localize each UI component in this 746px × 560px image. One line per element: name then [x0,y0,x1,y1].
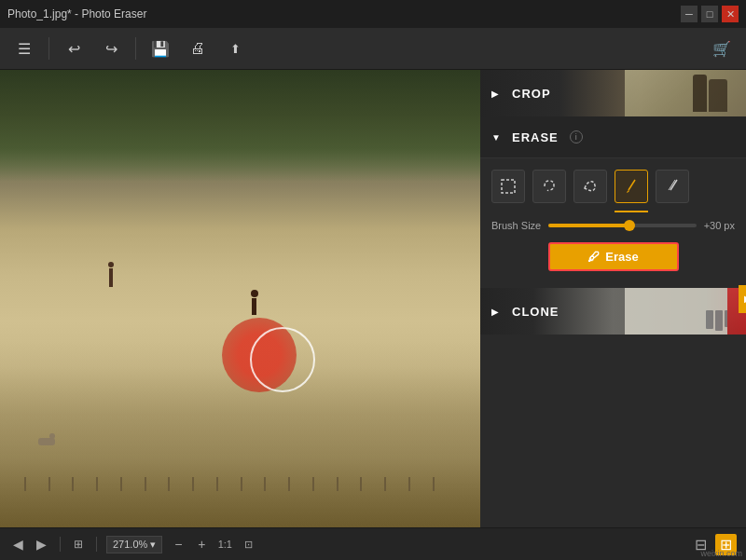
clone-chevron-icon: ▶ [491,307,504,317]
close-button[interactable]: ✕ [722,6,739,22]
status-separator-2 [96,537,97,552]
undo-button[interactable]: ↩ [59,34,89,63]
clone-header-content: ▶ CLONE [491,305,735,319]
tool-icons-row [480,158,746,211]
tool-indicator-1 [491,211,525,212]
stake [433,477,435,491]
minimize-button[interactable]: ─ [681,6,698,22]
zoom-dropdown-icon: ▾ [150,539,156,551]
clone-section-header[interactable]: ▶ CLONE [480,288,746,335]
stake [72,477,74,491]
erase-button-icon: 🖊 [587,250,600,264]
zoom-out-icon: − [174,537,182,552]
statusbar: ◀ ▶ ⊞ 271.0% ▾ − + 1:1 ⊡ ⊟ ⊞ weixin.c [0,527,746,560]
stake [145,477,146,491]
brush-size-label: Brush Size [491,220,541,231]
stake [24,477,26,491]
toolbar: ☰ ↩ ↪ 💾 🖨 ⬆ 🛒 [0,28,746,70]
zoom-in-button[interactable]: + [191,534,212,554]
crop-header-content: ▶ CROP [491,87,735,101]
right-panel: ▶ CROP ▼ ERASE i [480,70,746,527]
canvas-area[interactable] [0,70,480,527]
svg-line-1 [629,180,635,190]
stake [312,477,314,491]
stake [168,477,170,491]
redo-icon: ↪ [105,40,117,58]
toolbar-separator-2 [135,37,136,60]
stake [288,477,290,491]
menu-button[interactable]: ☰ [9,34,39,63]
print-icon: 🖨 [190,40,205,57]
next-icon: ▶ [36,537,47,552]
stake [408,477,410,491]
main-area: ▶ CROP ▼ ERASE i [0,70,746,527]
erase-button[interactable]: 🖊 Erase [548,242,679,271]
zoom-fill-button[interactable]: ⊡ [238,534,258,554]
zoom-out-button[interactable]: − [168,534,188,554]
smart-select-tool[interactable] [573,170,607,203]
erase-section: ▼ ERASE i [480,116,746,288]
zoom-fill-icon: ⊡ [244,539,253,551]
stake [264,477,266,491]
zoom-box[interactable]: 271.0% ▾ [106,536,162,553]
share-button[interactable]: ⬆ [220,34,250,63]
dog-figure [38,438,55,445]
stake [96,477,98,491]
rect-select-icon [499,177,518,196]
zoom-fit-icon: 1:1 [218,539,232,550]
erase-title: ERASE [512,130,559,144]
stake [360,477,362,491]
tool-indicator-2 [532,211,566,212]
brush-icon [622,177,641,196]
clone-title: CLONE [512,305,560,319]
brush-size-value: +30 px [704,220,735,231]
eraser-icon [663,177,682,196]
brush-slider-fill [548,224,629,227]
brush-tool[interactable] [615,170,648,203]
erase-button-label: Erase [605,250,638,264]
stakes-row [0,472,480,491]
tool-indicator-4-active [615,211,648,212]
brush-size-row: Brush Size +30 px [480,216,746,239]
maximize-button[interactable]: □ [701,6,718,22]
cart-icon: 🛒 [712,40,731,58]
stake [120,477,122,491]
crop-chevron-icon: ▶ [491,89,504,99]
save-icon: 💾 [151,40,170,58]
brush-size-slider[interactable] [548,224,696,227]
print-button[interactable]: 🖨 [183,34,213,63]
lasso-tool[interactable] [532,170,566,203]
erase-section-header[interactable]: ▼ ERASE i [480,116,746,158]
crop-section-header[interactable]: ▶ CROP [480,70,746,116]
smart-select-icon [581,177,600,196]
erase-info-icon: i [570,130,583,143]
crop-title: CROP [512,87,551,101]
menu-icon: ☰ [18,40,31,58]
titlebar: Photo_1.jpg* - Photo Eraser ─ □ ✕ [0,0,746,28]
status-separator-1 [60,537,61,552]
person-figure-2 [250,290,259,318]
prev-image-button[interactable]: ◀ [9,535,27,553]
zoom-fit-button[interactable]: 1:1 [214,534,235,554]
zoom-in-icon: + [198,537,205,552]
eraser-tool[interactable] [656,170,689,203]
toolbar-separator-1 [48,37,49,60]
zoom-controls: − + 1:1 ⊡ [168,534,258,554]
redo-button[interactable]: ↪ [96,34,126,63]
next-image-button[interactable]: ▶ [33,535,50,553]
rect-select-tool[interactable] [491,170,525,203]
undo-icon: ↩ [68,40,80,58]
stake [241,477,242,491]
save-button[interactable]: 💾 [145,34,175,63]
cart-button[interactable]: 🛒 [707,34,737,63]
erase-button-row: 🖊 Erase [480,239,746,279]
clone-section: ▶ CLONE [480,288,746,335]
panel-expand-arrow[interactable]: ▶ [739,285,746,313]
window-controls: ─ □ ✕ [681,6,739,22]
zoom-value: 271.0% [113,539,147,550]
share-icon: ⬆ [230,42,241,56]
tool-indicator-5 [656,211,689,212]
grid-view-button[interactable]: ⊞ [70,536,87,553]
erase-chevron-icon: ▼ [491,132,504,143]
lasso-icon [540,177,559,196]
